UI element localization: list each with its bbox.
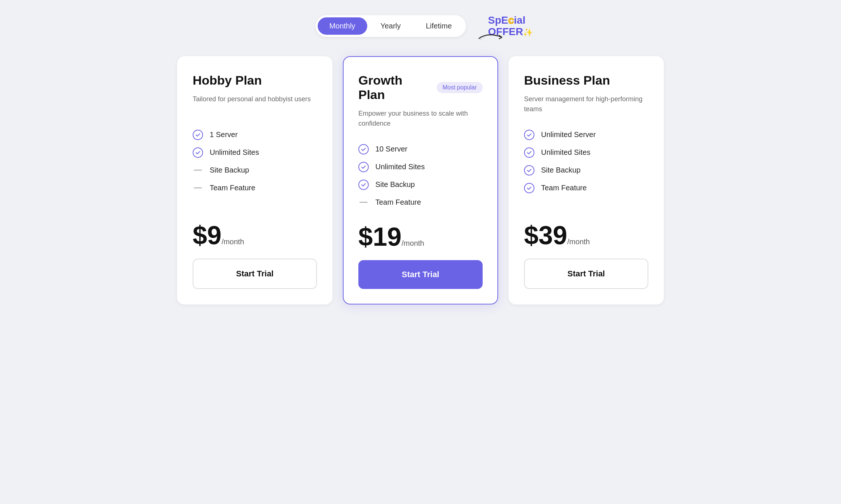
arrow-icon (477, 30, 507, 41)
list-item: Site Backup (358, 180, 483, 190)
plan-header-business: Business Plan (524, 73, 648, 88)
price-amount-growth: $19 (358, 222, 402, 251)
check-circle-icon (524, 147, 534, 158)
special-offer-banner: SpEcial OFFER✨ (488, 15, 533, 38)
plan-description-growth: Empower your business to scale with conf… (358, 109, 483, 131)
price-section-growth: $19/month (358, 224, 483, 250)
list-item: 10 Server (358, 144, 483, 154)
check-circle-icon (358, 162, 369, 172)
features-list-hobby: 1 ServerUnlimited SitesSite BackupTeam F… (193, 130, 317, 206)
plan-card-business: Business PlanServer management for high-… (509, 56, 664, 304)
check-circle-icon (193, 130, 203, 140)
features-list-business: Unlimited ServerUnlimited SitesSite Back… (524, 130, 648, 206)
dash-icon (358, 197, 369, 208)
yearly-tab[interactable]: Yearly (369, 17, 413, 35)
plan-name-growth: Growth Plan (358, 73, 431, 102)
feature-label: Unlimited Sites (375, 163, 425, 171)
check-circle-icon (524, 130, 534, 140)
price-section-business: $39/month (524, 222, 648, 248)
plan-header-hobby: Hobby Plan (193, 73, 317, 88)
features-list-growth: 10 ServerUnlimited SitesSite BackupTeam … (358, 144, 483, 208)
svg-point-0 (480, 38, 482, 40)
price-amount-hobby: $9 (193, 221, 222, 250)
plan-card-hobby: Hobby PlanTailored for personal and hobb… (177, 56, 332, 304)
list-item: Unlimited Sites (524, 147, 648, 158)
price-amount-business: $39 (524, 221, 567, 250)
plan-description-hobby: Tailored for personal and hobbyist users (193, 94, 317, 116)
feature-label: Site Backup (375, 180, 415, 189)
feature-label: Team Feature (541, 184, 587, 192)
list-item: Team Feature (358, 197, 483, 208)
dash-icon (193, 165, 203, 176)
check-circle-icon (524, 183, 534, 193)
feature-label: Unlimited Sites (541, 148, 590, 157)
check-circle-icon (358, 144, 369, 154)
feature-label: Unlimited Server (541, 130, 596, 139)
list-item: Unlimited Sites (358, 162, 483, 172)
plan-header-growth: Growth PlanMost popular (358, 73, 483, 102)
feature-label: Site Backup (541, 166, 581, 174)
list-item: 1 Server (193, 130, 317, 140)
price-period-hobby: /month (222, 238, 244, 246)
start-trial-button-hobby[interactable]: Start Trial (193, 259, 317, 289)
billing-toggle: Monthly Yearly Lifetime (315, 15, 466, 37)
feature-label: Team Feature (375, 198, 421, 207)
monthly-tab[interactable]: Monthly (318, 17, 367, 35)
dash-icon (193, 183, 203, 193)
plan-badge-growth: Most popular (437, 82, 483, 93)
feature-label: Team Feature (210, 184, 255, 192)
price-period-business: /month (567, 238, 590, 246)
svg-point-1 (483, 37, 484, 38)
start-trial-button-growth[interactable]: Start Trial (358, 260, 483, 289)
check-circle-icon (358, 180, 369, 190)
list-item: Site Backup (524, 165, 648, 176)
price-section-hobby: $9/month (193, 222, 317, 248)
list-item: Site Backup (193, 165, 317, 176)
plan-name-business: Business Plan (524, 73, 610, 88)
feature-label: 10 Server (375, 145, 408, 153)
plan-card-growth: Growth PlanMost popularEmpower your busi… (343, 56, 498, 304)
list-item: Unlimited Server (524, 130, 648, 140)
list-item: Unlimited Sites (193, 147, 317, 158)
check-circle-icon (193, 147, 203, 158)
check-circle-icon (524, 165, 534, 176)
plans-container: Hobby PlanTailored for personal and hobb… (162, 56, 679, 304)
price-period-growth: /month (402, 239, 424, 247)
feature-label: Site Backup (210, 166, 249, 174)
start-trial-button-business[interactable]: Start Trial (524, 259, 648, 289)
plan-name-hobby: Hobby Plan (193, 73, 262, 88)
plan-description-business: Server management for high-performing te… (524, 94, 648, 116)
list-item: Team Feature (524, 183, 648, 193)
feature-label: 1 Server (210, 130, 238, 139)
lifetime-tab[interactable]: Lifetime (414, 17, 463, 35)
top-section: Monthly Yearly Lifetime SpEcial OFFER✨ (315, 15, 526, 38)
list-item: Team Feature (193, 183, 317, 193)
feature-label: Unlimited Sites (210, 148, 259, 157)
